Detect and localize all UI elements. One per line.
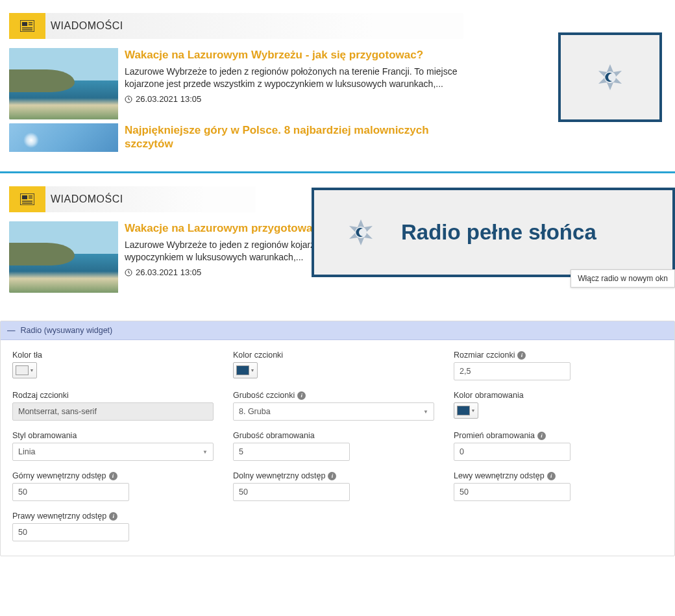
news-section-header: WIADOMOŚCI: [9, 186, 256, 212]
chevron-down-icon: ▼: [471, 408, 476, 413]
border-color-label: Kolor obramowania: [454, 391, 663, 400]
newspaper-icon: [9, 13, 45, 39]
section-title: WIADOMOŚCI: [51, 20, 123, 32]
font-color-picker[interactable]: ▼: [233, 362, 258, 378]
pad-right-label: Prawy wewnętrzny odstęp i: [12, 511, 221, 521]
news-date: 26.03.2021 13:05: [136, 94, 201, 104]
info-icon[interactable]: i: [109, 472, 117, 480]
news-thumbnail[interactable]: [9, 48, 118, 119]
pad-left-label: Lewy wewnętrzny odstęp i: [454, 471, 663, 480]
pad-top-input[interactable]: [12, 483, 129, 501]
news-meta: 26.03.2021 13:05: [125, 94, 463, 104]
svg-rect-12: [22, 195, 27, 199]
news-excerpt: Lazurowe Wybrzeże to jeden z regionów po…: [125, 66, 463, 90]
font-weight-label: Grubość czcionki i: [233, 391, 442, 400]
section-title: WIADOMOŚCI: [51, 193, 123, 205]
border-style-select[interactable]: Linia▼: [12, 443, 214, 461]
newspaper-icon: [9, 186, 45, 212]
panel-header[interactable]: — Radio (wysuwany widget): [1, 321, 674, 340]
font-color-swatch: [236, 365, 249, 375]
pad-right-input[interactable]: [12, 523, 129, 541]
font-color-label: Kolor czcionki: [233, 351, 442, 360]
clock-icon: [125, 269, 132, 277]
radio-widget-expanded[interactable]: Radio pełne słońca: [312, 188, 675, 277]
chevron-down-icon: ▼: [423, 409, 428, 415]
font-weight-select[interactable]: 8. Gruba▼: [233, 402, 434, 421]
pad-bottom-label: Dolny wewnętrzny odstęp i: [233, 471, 442, 480]
radio-widget-collapsed[interactable]: [558, 32, 662, 122]
bg-color-swatch: [16, 365, 29, 375]
news-thumbnail[interactable]: [9, 123, 118, 152]
info-icon[interactable]: i: [517, 351, 526, 360]
chevron-down-icon: ▼: [30, 368, 34, 373]
panel-title: Radio (wysuwany widget): [21, 326, 113, 335]
news-headline[interactable]: Wakacje na Lazurowym Wybrzeżu - jak się …: [125, 48, 463, 62]
font-family-input[interactable]: [12, 402, 214, 421]
info-icon[interactable]: i: [328, 472, 336, 480]
font-size-label: Rozmiar czcionki i: [454, 351, 663, 360]
sun-moon-icon: [347, 218, 375, 247]
font-size-input[interactable]: [454, 362, 571, 380]
border-radius-input[interactable]: [454, 443, 571, 461]
border-style-label: Styl obramowania: [12, 431, 221, 440]
collapse-icon[interactable]: —: [7, 326, 16, 335]
news-headline[interactable]: Najpiękniejsze góry w Polsce. 8 najbardz…: [125, 123, 463, 151]
widget-text: Radio pełne słońca: [401, 220, 596, 245]
radio-widget-settings-panel: — Radio (wysuwany widget) Kolor tła ▼ Ko…: [0, 321, 675, 556]
border-color-swatch: [457, 406, 470, 415]
pad-left-input[interactable]: [454, 483, 571, 501]
news-thumbnail[interactable]: [9, 221, 118, 293]
info-icon[interactable]: i: [547, 472, 556, 480]
widget-tooltip: Włącz radio w nowym okn: [571, 269, 675, 288]
border-radius-label: Promień obramowania i: [454, 431, 663, 440]
info-icon[interactable]: i: [109, 512, 117, 521]
news-date: 26.03.2021 13:05: [136, 267, 201, 277]
bg-color-picker[interactable]: ▼: [12, 362, 37, 378]
preview-block-collapsed: WIADOMOŚCI Wakacje na Lazurowym Wybrzeżu…: [0, 0, 675, 152]
border-color-picker[interactable]: ▼: [454, 402, 478, 419]
news-section-header: WIADOMOŚCI: [9, 13, 463, 39]
pad-bottom-input[interactable]: [233, 483, 350, 501]
clock-icon: [125, 95, 132, 103]
info-icon[interactable]: i: [297, 391, 306, 400]
preview-block-expanded: WIADOMOŚCI Wakacje na Lazurowym przygoto…: [0, 173, 675, 302]
info-icon[interactable]: i: [537, 432, 546, 440]
border-width-input[interactable]: [233, 443, 350, 461]
border-width-label: Grubość obramowania: [233, 431, 442, 440]
pad-top-label: Górny wewnętrzny odstęp i: [12, 471, 221, 480]
svg-rect-1: [22, 22, 27, 26]
chevron-down-icon: ▼: [251, 368, 255, 373]
font-family-label: Rodzaj czcionki: [12, 391, 221, 400]
svg-line-8: [129, 99, 130, 100]
bg-color-label: Kolor tła: [12, 351, 221, 360]
chevron-down-icon: ▼: [202, 449, 208, 455]
news-item: Wakacje na Lazurowym Wybrzeżu - jak się …: [9, 48, 463, 119]
news-item: Najpiękniejsze góry w Polsce. 8 najbardz…: [9, 123, 463, 152]
sun-moon-icon: [596, 63, 624, 92]
news-list: Wakacje na Lazurowym Wybrzeżu - jak się …: [9, 48, 463, 152]
svg-line-19: [129, 273, 130, 273]
